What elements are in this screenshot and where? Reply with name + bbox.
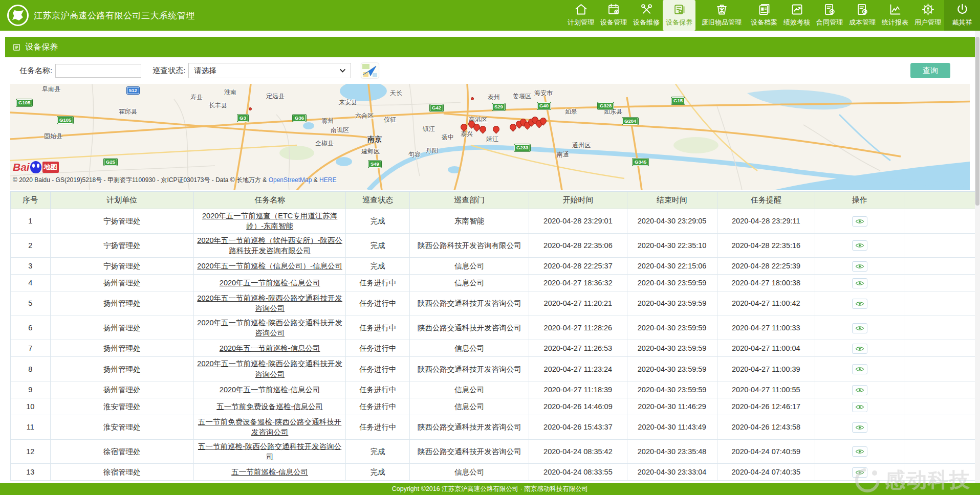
cell-unit: 徐宿管理处	[50, 439, 193, 464]
cell-end-time: 2020-04-30 23:59:59	[627, 275, 717, 291]
task-link[interactable]: 2020年五一节前巡检-陕西公路交通科技开发咨询公司	[197, 319, 342, 337]
nav-item-合同管理[interactable]: 合同管理	[813, 0, 846, 31]
view-detail-button[interactable]	[852, 323, 867, 333]
cell-end-time: 2020-04-30 23:59:59	[627, 381, 717, 398]
task-link[interactable]: 2020年五一节前巡查（ETC专用道江苏海岭）-东南智能	[202, 212, 337, 230]
column-header: 结束时间	[627, 192, 717, 209]
nav-item-计划管理[interactable]: 计划管理	[564, 0, 597, 31]
cell-actions	[815, 316, 904, 340]
map-city-label: 定远县	[266, 92, 285, 101]
map-city-label: 全椒县	[315, 139, 334, 148]
task-link[interactable]: 2020年五一节前巡检（信息公司）-信息公司	[197, 262, 342, 270]
view-detail-button[interactable]	[852, 467, 867, 478]
cell-actions	[815, 415, 904, 439]
top-navigation: 计划管理设备管理设备维修设备保养废旧物品管理设备档案绩效考核合同管理¥成本管理统…	[564, 0, 980, 31]
cell-task: 2020年五一节前巡检-信息公司	[193, 340, 345, 357]
task-link[interactable]: 五一节前巡检-信息公司	[231, 468, 308, 476]
baidu-paw-icon	[30, 161, 41, 173]
task-link[interactable]: 五一节前巡检-陕西公路交通科技开发咨询公司	[198, 442, 341, 461]
cell-remind-time: 2020-04-28 23:29:11	[717, 209, 815, 234]
cell-dept: 信息公司	[410, 464, 529, 481]
cell-unit: 淮安管理处	[50, 415, 193, 439]
nav-item-设备保养[interactable]: 设备保养	[663, 0, 695, 31]
cell-task: 五一节前免费设备巡检-陕西公路交通科技开发咨询公司	[193, 415, 345, 439]
task-link[interactable]: 五一节前免费设备巡检-信息公司	[216, 402, 323, 411]
map-locate-button[interactable]	[360, 62, 380, 79]
eye-icon	[855, 263, 864, 269]
scrollbar-thumb[interactable]	[975, 37, 979, 206]
nav-item-设备档案[interactable]: 设备档案	[748, 0, 780, 31]
view-detail-button[interactable]	[852, 216, 867, 227]
cell-empty	[904, 439, 980, 464]
map-city-label: 如皋	[565, 107, 577, 116]
cell-end-time: 2020-04-30 23:35:48	[627, 439, 717, 464]
cell-actions	[815, 258, 904, 275]
nav-item-设备管理[interactable]: 设备管理	[597, 0, 630, 31]
cell-actions	[815, 275, 904, 291]
cell-empty	[904, 209, 980, 234]
app-title: 江苏京沪高速公路有限公司三大系统管理	[34, 10, 195, 21]
baidu-map[interactable]: 阜南县淮南寿县长丰县定远县霍邱县固始县来安县滁州南谯区全椒县天长仪征六合区南京建…	[10, 84, 970, 190]
column-header: 任务提醒	[717, 192, 815, 209]
view-detail-button[interactable]	[852, 299, 867, 309]
cell-dept: 陕西公路交通科技开发咨询公司	[410, 291, 529, 316]
road-shield: G15	[671, 97, 685, 104]
task-link[interactable]: 2020年五一节前巡检（软件西安所）-陕西公路科技开发咨询有限公司	[197, 236, 342, 255]
top-header: 江苏京沪高速公路有限公司三大系统管理 计划管理设备管理设备维修设备保养废旧物品管…	[0, 0, 980, 31]
user-menu[interactable]: 戴其祥	[944, 0, 980, 31]
cell-actions	[815, 357, 904, 381]
cell-task: 2020年五一节前巡检（信息公司）-信息公司	[193, 258, 345, 275]
query-button[interactable]: 查询	[910, 63, 950, 78]
map-marker-dot[interactable]	[249, 107, 252, 110]
page-title: 设备保养	[25, 42, 58, 53]
view-detail-button[interactable]	[852, 240, 867, 251]
nav-item-label: 废旧物品管理	[702, 18, 742, 27]
cell-status: 任务进行中	[346, 415, 410, 439]
nav-item-绩效考核[interactable]: 绩效考核	[780, 0, 813, 31]
cell-end-time: 2020-04-30 11:43:49	[627, 415, 717, 439]
eye-icon	[855, 280, 864, 286]
table-row: 2宁扬管理处2020年五一节前巡检（软件西安所）-陕西公路科技开发咨询有限公司完…	[11, 233, 980, 258]
cell-unit: 扬州管理处	[50, 381, 193, 398]
company-logo-icon	[7, 5, 29, 26]
table-row: 6扬州管理处2020年五一节前巡检-陕西公路交通科技开发咨询公司任务进行中陕西公…	[11, 316, 980, 340]
cell-dept: 陕西公路交通科技开发咨询公司	[410, 316, 529, 340]
view-detail-button[interactable]	[852, 446, 867, 457]
cell-task: 2020年五一节前巡检-信息公司	[193, 381, 345, 398]
view-detail-button[interactable]	[852, 261, 867, 272]
task-link[interactable]: 2020年五一节前巡检-信息公司	[220, 344, 320, 352]
nav-item-成本管理[interactable]: ¥成本管理	[846, 0, 879, 31]
task-link[interactable]: 2020年五一节前巡检-陕西公路交通科技开发咨询公司	[197, 359, 342, 378]
here-link[interactable]: HERE	[319, 176, 336, 184]
cell-empty	[904, 357, 980, 381]
task-name-input[interactable]	[55, 64, 141, 78]
view-detail-button[interactable]	[852, 385, 867, 395]
view-detail-button[interactable]	[852, 364, 867, 374]
nav-item-用户管理[interactable]: 用户管理	[911, 0, 944, 31]
view-detail-button[interactable]	[852, 402, 867, 412]
stats-line-icon	[888, 3, 902, 16]
nav-item-label: 成本管理	[849, 18, 876, 27]
cell-empty	[904, 340, 980, 357]
nav-item-设备维修[interactable]: 设备维修	[630, 0, 663, 31]
nav-item-废旧物品管理[interactable]: 废旧物品管理	[695, 0, 748, 31]
view-detail-button[interactable]	[852, 344, 867, 354]
cell-status: 完成	[346, 209, 410, 234]
view-detail-button[interactable]	[852, 422, 867, 433]
openstreetmap-link[interactable]: OpenStreetMap	[269, 176, 312, 184]
road-shield: G204	[622, 118, 638, 125]
task-link[interactable]: 2020年五一节前巡检-信息公司	[220, 386, 320, 394]
status-select[interactable]: 请选择	[188, 63, 351, 78]
cell-empty	[904, 415, 980, 439]
view-detail-button[interactable]	[852, 278, 867, 288]
nav-item-统计报表[interactable]: 统计报表	[879, 0, 911, 31]
task-link[interactable]: 2020年五一节前巡检-信息公司	[220, 279, 320, 287]
cell-actions	[815, 464, 904, 481]
task-link[interactable]: 2020年五一节前巡检-陕西公路交通科技开发咨询公司	[197, 294, 342, 312]
map-marker-dot[interactable]	[471, 97, 474, 100]
task-link[interactable]: 五一节前免费设备巡检-陕西公路交通科技开发咨询公司	[198, 418, 341, 436]
task-name-label: 任务名称:	[19, 66, 52, 76]
cell-task: 五一节前免费设备巡检-信息公司	[193, 398, 345, 415]
cell-actions	[815, 340, 904, 357]
vertical-scrollbar[interactable]	[975, 31, 980, 483]
